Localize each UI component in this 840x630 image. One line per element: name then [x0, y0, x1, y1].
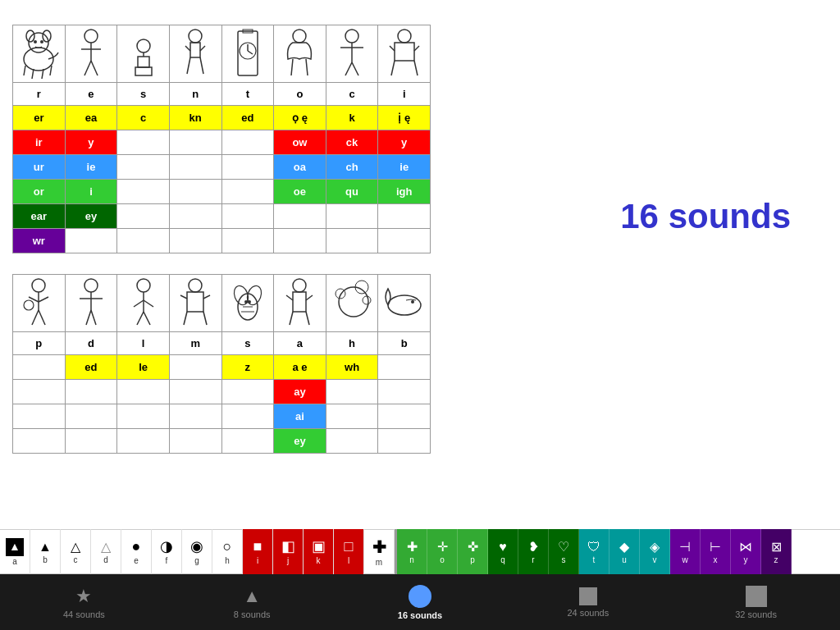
cell[interactable]: n	[169, 83, 221, 106]
cell[interactable]: oe	[274, 180, 326, 204]
svg-line-46	[29, 297, 39, 302]
cell[interactable]: l	[117, 332, 170, 355]
cell[interactable]: p	[13, 332, 66, 355]
cell[interactable]: c	[117, 106, 170, 130]
svg-line-24	[200, 57, 203, 74]
cell[interactable]: er	[13, 106, 66, 130]
cell[interactable]: k	[326, 106, 378, 130]
cell[interactable]: s	[221, 332, 274, 355]
cell[interactable]: i	[65, 180, 117, 204]
symbol-cell-r[interactable]: ❥ r	[518, 529, 549, 574]
cell	[13, 404, 66, 429]
nav-8-sounds[interactable]: ▲ 8 sounds	[203, 578, 301, 627]
cell[interactable]: ear	[13, 204, 66, 229]
cell[interactable]: kn	[169, 106, 221, 130]
svg-line-23	[187, 57, 190, 74]
symbol-cell-f[interactable]: ◑ f	[152, 529, 182, 574]
symbol-cell-b[interactable]: ▲ b	[30, 529, 61, 574]
cell[interactable]: ed	[65, 355, 117, 380]
symbol-cell-y[interactable]: ⋈ y	[731, 529, 761, 574]
cell[interactable]: ie	[378, 155, 431, 180]
cell[interactable]: ck	[326, 130, 378, 155]
cell[interactable]: h	[326, 332, 378, 355]
cell[interactable]: ie	[65, 155, 117, 180]
cell[interactable]: t	[221, 83, 274, 106]
cell[interactable]: ey	[274, 429, 326, 454]
symbol-cell-x[interactable]: ⊢ x	[701, 529, 731, 574]
cell[interactable]: c	[326, 83, 378, 106]
cell[interactable]: b	[378, 332, 431, 355]
cell	[326, 429, 378, 454]
cell[interactable]: ea	[65, 106, 117, 130]
cell[interactable]: le	[117, 355, 170, 380]
cell[interactable]: o	[274, 83, 326, 106]
triangle-filled-small-icon: ▲	[39, 539, 52, 555]
cell[interactable]: z	[221, 355, 274, 380]
cell[interactable]: ị ę	[378, 106, 431, 130]
svg-line-6	[24, 66, 25, 75]
symbol-cell-j[interactable]: ◧ j	[273, 529, 304, 574]
nav-44-sounds[interactable]: ★ 44 sounds	[34, 578, 133, 627]
symbol-cell-c[interactable]: △ c	[61, 529, 91, 574]
cell[interactable]: ch	[326, 155, 378, 180]
cell[interactable]: e	[65, 83, 117, 106]
nav-24-sounds[interactable]: 24 sounds	[539, 578, 637, 627]
cell[interactable]: m	[169, 332, 221, 355]
symbol-cell-p[interactable]: ✜ p	[458, 529, 488, 574]
symbol-cell-o[interactable]: ✛ o	[427, 529, 458, 574]
symbol-cell-q[interactable]: ♥ q	[488, 529, 518, 574]
cell[interactable]: igh	[378, 180, 431, 204]
cell[interactable]: r	[13, 83, 66, 106]
nav-16-sounds[interactable]: 16 sounds	[371, 578, 469, 627]
cell	[13, 429, 66, 454]
symbol-cell-w[interactable]: ⊣ w	[670, 529, 701, 574]
cross3-icon: ✜	[468, 539, 478, 555]
symbol-label: z	[774, 555, 778, 564]
symbol-cell-z[interactable]: ⊠ z	[761, 529, 792, 574]
symbol-cell-a[interactable]: ▲ a	[0, 529, 30, 574]
symbol-cell-e[interactable]: ● e	[121, 529, 152, 574]
cell[interactable]: ow	[274, 130, 326, 155]
cell[interactable]: ai	[274, 404, 326, 429]
cell[interactable]: y	[378, 130, 431, 155]
cell[interactable]: ọ ę	[274, 106, 326, 130]
cell	[221, 404, 274, 429]
cell	[169, 155, 221, 180]
cell	[378, 204, 431, 229]
symbol-cell-s[interactable]: ♡ s	[549, 529, 579, 574]
symbol-cell-l[interactable]: □ l	[334, 529, 364, 574]
nav-label-44: 44 sounds	[63, 609, 105, 619]
cell[interactable]: a	[274, 332, 326, 355]
cell[interactable]: s	[117, 83, 170, 106]
svg-line-61	[144, 312, 150, 325]
cell[interactable]: qu	[326, 180, 378, 204]
cell[interactable]: wh	[326, 355, 378, 380]
symbol-cell-n[interactable]: ✚ n	[397, 529, 427, 574]
nav-32-sounds[interactable]: 32 sounds	[707, 578, 806, 627]
cell[interactable]: ed	[221, 106, 274, 130]
symbol-cell-g[interactable]: ◉ g	[182, 529, 212, 574]
svg-line-32	[306, 59, 308, 75]
cell[interactable]: ur	[13, 155, 66, 180]
cell[interactable]: y	[65, 130, 117, 155]
person2-icon	[331, 28, 373, 79]
symbol-cell-h[interactable]: ○ h	[212, 529, 243, 574]
cell[interactable]: ir	[13, 130, 66, 155]
symbol-cell-i[interactable]: ■ i	[243, 529, 273, 574]
cell[interactable]: ey	[65, 204, 117, 229]
cell[interactable]: a e	[274, 355, 326, 380]
cell[interactable]: d	[65, 332, 117, 355]
cell[interactable]: i	[378, 83, 431, 106]
star-icon: ★	[75, 586, 92, 607]
cell	[221, 429, 274, 454]
cell[interactable]: wr	[13, 229, 66, 253]
symbol-cell-d[interactable]: △ d	[91, 529, 121, 574]
cell[interactable]: ay	[274, 380, 326, 404]
symbol-cell-u[interactable]: ◆ u	[609, 529, 640, 574]
symbol-cell-t[interactable]: 🛡 t	[579, 529, 609, 574]
symbol-cell-k[interactable]: ▣ k	[304, 529, 334, 574]
cell[interactable]: oa	[274, 155, 326, 180]
cell[interactable]: or	[13, 180, 66, 204]
symbol-cell-v[interactable]: ◈ v	[640, 529, 670, 574]
symbol-cell-m[interactable]: ✚ m	[364, 529, 395, 574]
